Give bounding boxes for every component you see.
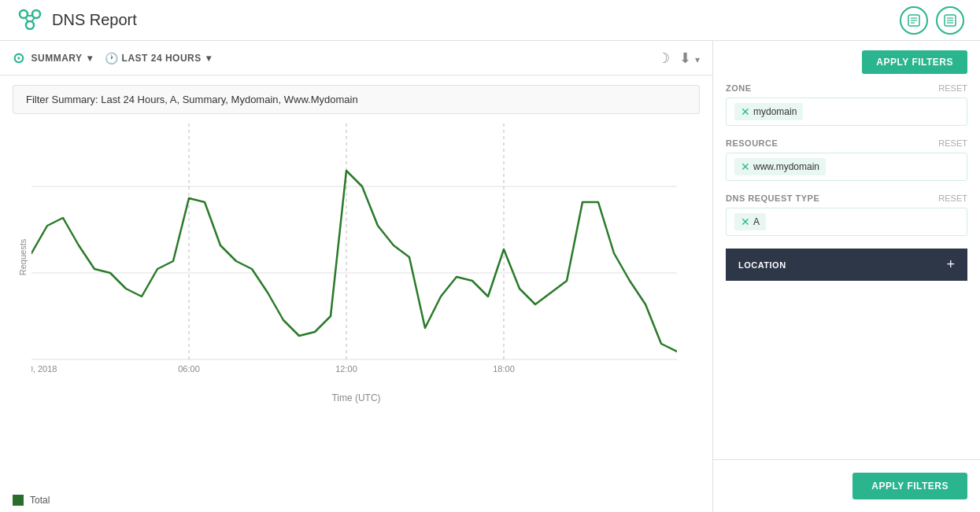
resource-section: RESOURCE RESET ✕ www.mydomain <box>726 138 967 181</box>
legend: Total <box>0 488 712 512</box>
list-icon <box>943 13 957 28</box>
svg-point-0 <box>20 10 28 18</box>
toolbar-right: ☽ ⬇ ▾ <box>657 50 700 67</box>
x-axis-label: Time (UTC) <box>13 392 700 403</box>
zone-tag: ✕ mydomain <box>734 103 803 120</box>
zone-input-area[interactable]: ✕ mydomain <box>726 98 967 126</box>
chart-svg-wrapper: 10 5.0 Mar 30, 2018 06:00 12:00 18:00 <box>31 123 700 378</box>
summary-label: SUMMARY <box>31 53 83 64</box>
time-label: LAST 24 HOURS <box>122 53 202 64</box>
dns-request-type-reset-button[interactable]: RESET <box>938 193 967 203</box>
dns-request-type-title: DNS REQUEST TYPE <box>726 193 819 203</box>
dns-request-type-tag: ✕ A <box>734 213 766 230</box>
svg-point-2 <box>26 21 34 29</box>
right-top: APPLY FILTERS ZONE RESET ✕ mydomain RESO… <box>713 41 980 459</box>
filter-summary-label: Filter Summary: <box>26 94 98 105</box>
resource-reset-button[interactable]: RESET <box>938 138 967 148</box>
apply-filters-top-button[interactable]: APPLY FILTERS <box>862 50 967 74</box>
toolbar: ⊙ SUMMARY ▾ 🕐 LAST 24 HOURS ▾ ☽ ⬇ ▾ <box>0 41 712 76</box>
filter-summary-values: Last 24 Hours, A, Summary, Mydomain, Www… <box>101 94 357 105</box>
location-title: LOCATION <box>738 260 786 270</box>
zone-title: ZONE <box>726 83 752 93</box>
chart-area: Requests 10 5.0 <box>0 123 712 488</box>
chart-svg: 10 5.0 Mar 30, 2018 06:00 12:00 18:00 <box>31 123 677 375</box>
zone-header: ZONE RESET <box>726 83 967 93</box>
legend-color-swatch <box>13 495 24 506</box>
header-icons <box>900 6 964 35</box>
time-button[interactable]: 🕐 LAST 24 HOURS ▾ <box>105 52 211 64</box>
svg-point-1 <box>32 10 40 18</box>
download-chevron: ▾ <box>695 54 700 65</box>
summary-chevron: ▾ <box>87 53 93 64</box>
zone-reset-button[interactable]: RESET <box>938 83 967 93</box>
main-layout: ⊙ SUMMARY ▾ 🕐 LAST 24 HOURS ▾ ☽ ⬇ ▾ <box>0 41 980 512</box>
list-icon-button[interactable] <box>936 6 964 35</box>
time-chevron: ▾ <box>206 53 212 64</box>
resource-header: RESOURCE RESET <box>726 138 967 148</box>
download-icon: ⬇ <box>679 50 691 66</box>
svg-text:12:00: 12:00 <box>335 364 357 374</box>
dns-request-type-section: DNS REQUEST TYPE RESET ✕ A <box>726 193 967 236</box>
header-left: DNS Report <box>16 6 137 35</box>
zone-tag-remove[interactable]: ✕ <box>741 106 750 117</box>
chart-container: Requests 10 5.0 <box>13 123 700 391</box>
zone-section: ZONE RESET ✕ mydomain <box>726 83 967 126</box>
header: DNS Report <box>0 0 980 41</box>
resource-input-area[interactable]: ✕ www.mydomain <box>726 153 967 181</box>
y-axis-label: Requests <box>18 239 28 275</box>
svg-text:18:00: 18:00 <box>493 364 515 374</box>
location-expand-icon: + <box>946 256 955 273</box>
dns-request-type-tag-remove[interactable]: ✕ <box>741 216 750 227</box>
moon-icon-button[interactable]: ☽ <box>657 50 670 67</box>
resource-tag-remove[interactable]: ✕ <box>741 161 750 172</box>
dns-request-type-header: DNS REQUEST TYPE RESET <box>726 193 967 203</box>
svg-line-5 <box>31 17 35 22</box>
left-panel: ⊙ SUMMARY ▾ 🕐 LAST 24 HOURS ▾ ☽ ⬇ ▾ <box>0 41 712 512</box>
resource-tag: ✕ www.mydomain <box>734 158 826 175</box>
summary-dot: ⊙ <box>13 50 25 67</box>
legend-label: Total <box>30 495 50 506</box>
zone-tag-value: mydomain <box>753 106 797 117</box>
book-icon <box>907 13 921 28</box>
right-bottom: APPLY FILTERS <box>713 459 980 512</box>
location-section[interactable]: LOCATION + <box>726 249 967 281</box>
dns-request-type-tag-value: A <box>753 216 760 227</box>
resource-title: RESOURCE <box>726 138 778 148</box>
resource-tag-value: www.mydomain <box>753 161 819 172</box>
summary-button[interactable]: ⊙ SUMMARY ▾ <box>13 50 92 67</box>
download-icon-button[interactable]: ⬇ ▾ <box>679 50 700 67</box>
logo-icon <box>16 6 44 35</box>
dns-request-type-input-area[interactable]: ✕ A <box>726 208 967 236</box>
svg-line-4 <box>25 17 28 22</box>
moon-icon: ☽ <box>657 50 670 66</box>
clock-icon: 🕐 <box>105 52 119 64</box>
filter-summary: Filter Summary: Last 24 Hours, A, Summar… <box>13 85 700 114</box>
page-title: DNS Report <box>52 11 137 29</box>
book-icon-button[interactable] <box>900 6 928 35</box>
svg-text:Mar 30, 2018: Mar 30, 2018 <box>31 364 57 374</box>
apply-filters-bottom-button[interactable]: APPLY FILTERS <box>852 473 967 499</box>
svg-text:06:00: 06:00 <box>178 364 200 374</box>
right-panel: APPLY FILTERS ZONE RESET ✕ mydomain RESO… <box>712 41 980 512</box>
